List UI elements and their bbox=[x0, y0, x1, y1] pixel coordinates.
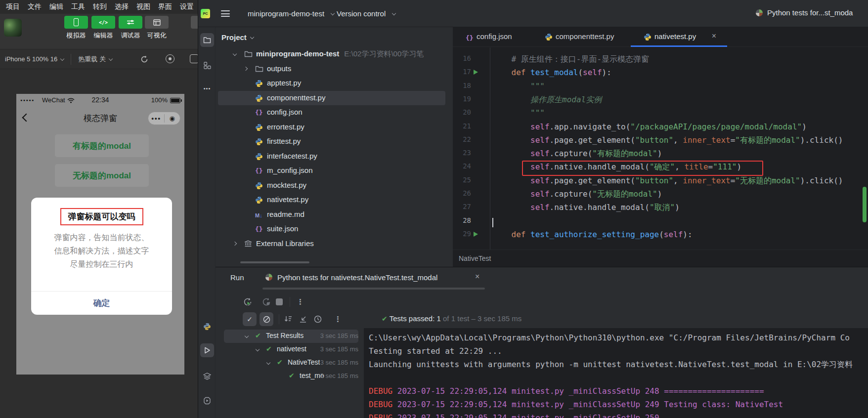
tree-item-suite.json[interactable]: {}suite.json bbox=[216, 222, 453, 236]
breadcrumb[interactable]: NativeTest bbox=[453, 250, 868, 267]
tree-item-componenttest.py[interactable]: componenttest.py bbox=[216, 91, 453, 105]
python-icon bbox=[203, 323, 211, 331]
expand-collapse-icon[interactable] bbox=[299, 315, 308, 325]
tree-expand-icon[interactable] bbox=[266, 361, 270, 365]
menu-item-视图[interactable]: 视图 bbox=[136, 2, 150, 11]
code-token: 操作原生modal实例 bbox=[492, 95, 602, 104]
test-passed-icon: ✔ bbox=[266, 345, 272, 353]
menu-item-转到[interactable]: 转到 bbox=[93, 2, 107, 11]
toolbar-button-调试器[interactable]: 调试器 bbox=[119, 16, 142, 40]
tree-collapse-icon[interactable] bbox=[233, 241, 237, 245]
toolbar-button-可视化[interactable]: 可视化 bbox=[145, 16, 169, 40]
editor-tab-config.json[interactable]: {}config.json bbox=[453, 27, 532, 47]
gutter-line-number: 16 bbox=[453, 54, 471, 62]
modal-confirm-button[interactable]: 确定 bbox=[31, 291, 172, 315]
toolbar-button-模拟器[interactable]: 模拟器 bbox=[64, 16, 88, 40]
tree-item-nativetest.py[interactable]: nativetest.py bbox=[216, 193, 453, 207]
toolbar-button-编辑器[interactable]: </>编辑器 bbox=[91, 16, 115, 40]
tree-item-errortest.py[interactable]: errortest.py bbox=[216, 120, 453, 134]
run-tab-label[interactable]: Python tests for nativetest.NativeTest.t… bbox=[277, 273, 437, 282]
code-token: = bbox=[731, 135, 736, 145]
close-circle-icon[interactable]: ◉ bbox=[164, 115, 180, 122]
tree-item-apptest.py[interactable]: apptest.py bbox=[216, 76, 453, 90]
passed-check-icon: ✔ bbox=[382, 315, 390, 323]
editor-scrollbar-thumb[interactable] bbox=[863, 187, 867, 222]
menu-item-编辑[interactable]: 编辑 bbox=[49, 2, 63, 11]
menu-item-项目[interactable]: 项目 bbox=[6, 2, 20, 11]
project-selector[interactable]: miniprogram-demo-test bbox=[248, 9, 334, 18]
tree-expand-icon[interactable] bbox=[233, 52, 237, 56]
screenshot-icon[interactable] bbox=[190, 54, 198, 63]
test-tree-item-nativetest[interactable]: ✔nativetest3 sec 185 ms bbox=[216, 343, 379, 356]
history-clock-icon[interactable] bbox=[313, 315, 323, 325]
modal-without-title-button[interactable]: 无标题的modal bbox=[55, 164, 149, 187]
test-tree-item-Test Results[interactable]: ✔Test Results3 sec 185 ms bbox=[216, 330, 379, 343]
menu-item-设置[interactable]: 设置 bbox=[180, 2, 194, 11]
more-icon[interactable]: ●●● bbox=[148, 116, 164, 121]
tree-item-External Libraries[interactable]: External Libraries bbox=[216, 237, 453, 251]
modal-title: 弹窗标题可以变吗 bbox=[68, 212, 135, 221]
project-toolwindow-button[interactable] bbox=[200, 33, 214, 47]
tree-item-config.json[interactable]: {}config.json bbox=[216, 105, 453, 120]
modal-with-title-button[interactable]: 有标题的modal bbox=[55, 134, 149, 157]
console-text: DEBUG bbox=[369, 400, 392, 409]
project-panel-header[interactable]: Project bbox=[216, 27, 453, 47]
wechat-menu-bar: 项目文件编辑工具转到选择视图界面设置 bbox=[0, 0, 198, 14]
console-text: 2023-07-15 22:29:05,124 minitest.py _min… bbox=[392, 413, 664, 418]
record-icon[interactable] bbox=[166, 54, 174, 63]
close-icon[interactable]: × bbox=[475, 272, 479, 281]
more-actions-icon[interactable]: ⋮ bbox=[297, 297, 304, 306]
python-packages-button[interactable] bbox=[200, 320, 214, 334]
code-token bbox=[525, 230, 530, 239]
code-line-20: """ bbox=[492, 108, 545, 118]
vcs-widget[interactable]: Version control bbox=[337, 9, 395, 18]
avatar[interactable] bbox=[4, 19, 22, 37]
run-console[interactable]: C:\Users\wy\AppData\Local\Programs\Pytho… bbox=[364, 328, 868, 418]
more-options-icon[interactable]: ⋮ bbox=[334, 315, 342, 324]
services-toolwindow-button[interactable] bbox=[200, 369, 214, 383]
menu-item-文件[interactable]: 文件 bbox=[28, 2, 42, 11]
run-configuration-selector[interactable]: Python tests for...st_moda bbox=[755, 8, 868, 17]
main-menu-icon[interactable] bbox=[221, 10, 230, 17]
active-tab-indicator bbox=[631, 45, 727, 47]
rerun-failed-button[interactable] bbox=[261, 297, 271, 307]
profiler-toolwindow-button[interactable] bbox=[200, 394, 214, 408]
close-icon[interactable]: × bbox=[712, 32, 716, 41]
horizontal-scrollbar[interactable] bbox=[240, 261, 309, 263]
tree-collapse-icon[interactable] bbox=[244, 66, 248, 70]
tab-scrollbar[interactable] bbox=[262, 288, 485, 290]
rerun-button[interactable] bbox=[243, 297, 253, 307]
run-toolwindow-button[interactable] bbox=[200, 343, 214, 357]
run-line-icon[interactable] bbox=[474, 70, 478, 75]
show-ignored-toggle[interactable] bbox=[260, 312, 273, 326]
stop-button[interactable] bbox=[276, 298, 283, 305]
more-toolwindows-button[interactable]: ••• bbox=[200, 82, 214, 95]
show-passed-toggle[interactable]: ✓ bbox=[243, 312, 257, 326]
run-line-icon[interactable] bbox=[474, 232, 478, 237]
python-file-icon bbox=[255, 182, 263, 190]
device-selector[interactable]: iPhone 5 100% 16 bbox=[5, 55, 64, 63]
vcs-label: Version control bbox=[337, 9, 386, 18]
menu-item-工具[interactable]: 工具 bbox=[71, 2, 85, 11]
tree-item-miniprogram-demo-test[interactable]: miniprogram-demo-testE:\02学习资料\00学习笔 bbox=[216, 47, 453, 61]
tree-item-firsttest.py[interactable]: firsttest.py bbox=[216, 134, 453, 149]
tree-item-m_config.json[interactable]: {}m_config.json bbox=[216, 164, 453, 178]
tree-expand-icon[interactable] bbox=[256, 347, 260, 351]
tree-item-mocktest.py[interactable]: mocktest.py bbox=[216, 178, 453, 193]
toolbar-button-partial[interactable] bbox=[191, 16, 198, 29]
tree-item-readme.md[interactable]: M↓readme.md bbox=[216, 208, 453, 222]
editor-tab-componenttest.py[interactable]: componenttest.py bbox=[532, 27, 631, 47]
hot-reload-selector[interactable]: 热重载 关 bbox=[78, 55, 112, 64]
refresh-icon[interactable] bbox=[140, 55, 149, 64]
tree-item-outputs[interactable]: outputs bbox=[216, 62, 453, 76]
test-tree-item-test_modal[interactable]: ✔test_modal3 sec 185 ms bbox=[216, 370, 379, 383]
capsule-menu[interactable]: ●●● ◉ bbox=[148, 112, 180, 125]
structure-toolwindow-button[interactable] bbox=[200, 58, 214, 72]
editor-tab-nativetest.py[interactable]: nativetest.py× bbox=[631, 27, 727, 47]
pycharm-title-bar: PC miniprogram-demo-test Version control… bbox=[198, 0, 868, 27]
test-tree-item-NativeTest[interactable]: ✔NativeTest3 sec 185 ms bbox=[216, 356, 379, 370]
menu-item-选择[interactable]: 选择 bbox=[115, 2, 129, 11]
sort-icon[interactable] bbox=[284, 315, 294, 325]
menu-item-界面[interactable]: 界面 bbox=[158, 2, 172, 11]
tree-item-interfacetest.py[interactable]: interfacetest.py bbox=[216, 149, 453, 164]
